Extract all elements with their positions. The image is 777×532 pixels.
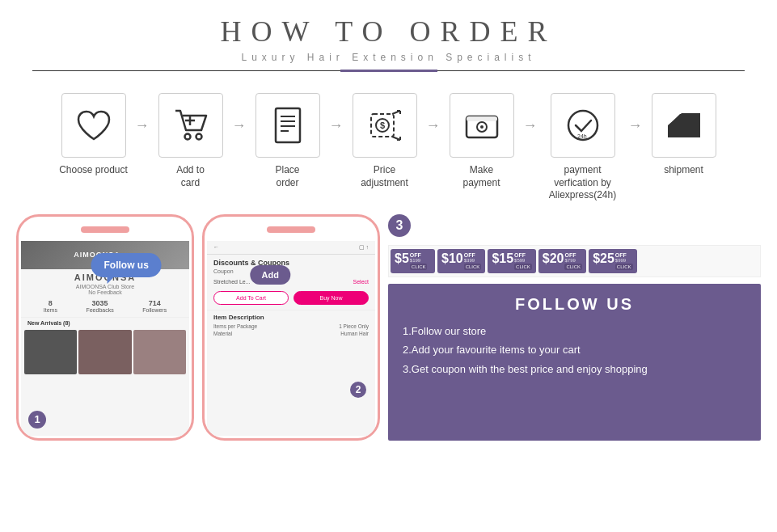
coupon-4[interactable]: $20 OFF $799 CLICK bbox=[538, 249, 586, 273]
phone1-no-feedback: No Feedback bbox=[21, 289, 189, 295]
coupon-3-off: OFF bbox=[514, 252, 532, 258]
coupon-5-off: OFF bbox=[615, 252, 633, 258]
page-title: HOW TO ORDER bbox=[0, 15, 777, 49]
phone1-img-2 bbox=[78, 330, 131, 374]
step-payment-verification-label: paymentverfication byAliexpress(24h) bbox=[549, 164, 616, 202]
phone2-desc-row-2: Material Human Hair bbox=[207, 330, 375, 337]
phone1-img-3 bbox=[133, 330, 186, 374]
coupon-1[interactable]: $5 OFF $199 CLICK bbox=[391, 249, 435, 273]
step-payment-verification-icon: 24h bbox=[551, 93, 615, 158]
bottom-section: Follow us AIMOONSA SALE AIMOONSA AIMOONS… bbox=[0, 214, 777, 441]
header-divider bbox=[32, 70, 745, 72]
step-add-to-card-label: Add tocard bbox=[176, 164, 205, 189]
phone2-section-title: Discounts & Coupons bbox=[207, 255, 375, 268]
svg-text:$: $ bbox=[380, 120, 385, 130]
phone1-new-arrivals: New Arrivals (8) bbox=[21, 318, 189, 328]
phone2-buttons: Add To Cart Buy Now bbox=[207, 286, 375, 310]
phone1-images bbox=[21, 328, 189, 376]
coupon-4-off: OFF bbox=[564, 252, 582, 258]
phone2-coupon-row: Coupon bbox=[207, 268, 375, 277]
stat-items-num: 8 bbox=[44, 299, 57, 307]
buy-now-button[interactable]: Buy Now bbox=[293, 291, 369, 305]
step-add-to-card: Add tocard bbox=[146, 93, 235, 189]
coupon-4-amount: $20 bbox=[543, 252, 564, 265]
svg-text:24h: 24h bbox=[577, 133, 587, 139]
stat-items-label: Items bbox=[44, 307, 57, 313]
step1-badge: 1 bbox=[28, 411, 46, 429]
phone1-img-1 bbox=[24, 330, 77, 374]
phone2-desc-title: Item Description bbox=[207, 310, 375, 323]
coupon-5-amount: $25 bbox=[593, 252, 614, 265]
step-place-order: Placeorder bbox=[243, 93, 332, 189]
coupon-5-click: CLICK bbox=[615, 264, 633, 270]
phone1-stats: 8Items 3035Feedbacks 714Followers bbox=[21, 295, 189, 318]
phone2-stretched-row: Stretched Le... Select bbox=[207, 277, 375, 286]
svg-point-0 bbox=[184, 134, 190, 140]
phone-mockup-2: Add ← ▢ ↑ Discounts & Coupons Coupon Str… bbox=[202, 214, 380, 441]
step-price-adjustment: $ Priceadjustment bbox=[340, 93, 429, 189]
coupon-2[interactable]: $10 OFF $399 CLICK bbox=[437, 249, 485, 273]
step-payment-verification: 24h paymentverfication byAliexpress(24h) bbox=[534, 93, 631, 202]
phone-mockup-1: Follow us AIMOONSA SALE AIMOONSA AIMOONS… bbox=[16, 214, 194, 441]
coupon-3-min: $599 bbox=[514, 258, 532, 263]
coupon-2-min: $399 bbox=[464, 258, 482, 263]
step-place-order-label: Placeorder bbox=[275, 164, 299, 189]
coupon-3-amount: $15 bbox=[492, 252, 513, 265]
step-price-adjustment-label: Priceadjustment bbox=[361, 164, 408, 189]
step-choose-product-label: Choose product bbox=[59, 164, 128, 177]
coupon-4-click: CLICK bbox=[564, 264, 582, 270]
coupon-2-off: OFF bbox=[464, 252, 482, 258]
step-make-payment-label: Makepayment bbox=[462, 164, 500, 189]
step-shipment: shipment bbox=[640, 93, 728, 177]
step-shipment-label: shipment bbox=[664, 164, 703, 177]
phone2-desc-row-1: Items per Package 1 Piece Only bbox=[207, 323, 375, 330]
step2-badge: 2 bbox=[350, 382, 366, 398]
coupon-5-min: $999 bbox=[615, 258, 633, 263]
coupon-3-click: CLICK bbox=[514, 264, 532, 270]
follow-panel-title: FOLLOW US bbox=[403, 295, 746, 314]
phone1-store: AIMOONSA Club Store bbox=[21, 284, 189, 289]
svg-point-20 bbox=[480, 125, 484, 129]
phone2-select[interactable]: Select bbox=[353, 279, 369, 285]
add-to-cart-button[interactable]: Add To Cart bbox=[213, 291, 289, 305]
page-subtitle: Luxury Hair Extension Specialist bbox=[0, 52, 777, 63]
right-panel: 3 $5 OFF $199 CLICK $10 OFF $399 CLICK bbox=[388, 214, 761, 441]
phone2-header: ← ▢ ↑ bbox=[207, 241, 375, 255]
svg-point-1 bbox=[196, 134, 201, 140]
coupon-strip: $5 OFF $199 CLICK $10 OFF $399 CLICK $15 bbox=[388, 245, 761, 277]
step-make-payment: Makepayment bbox=[437, 93, 526, 189]
coupon-5[interactable]: $25 OFF $999 CLICK bbox=[589, 249, 636, 273]
step3-badge: 3 bbox=[388, 214, 411, 237]
header: HOW TO ORDER Luxury Hair Extension Speci… bbox=[0, 0, 777, 78]
step-price-adjustment-icon: $ bbox=[353, 93, 417, 158]
coupon-1-min: $199 bbox=[410, 258, 428, 263]
coupon-1-amount: $5 bbox=[395, 252, 409, 265]
phone2-screen: ← ▢ ↑ Discounts & Coupons Coupon Stretch… bbox=[207, 241, 375, 436]
step-choose-product-icon bbox=[61, 93, 126, 158]
follow-panel: FOLLOW US 1.Follow our store 2.Add your … bbox=[388, 284, 761, 441]
step-place-order-icon bbox=[255, 93, 320, 158]
follow-panel-item-3: 3.Get coupon with the best price and enj… bbox=[403, 360, 746, 378]
steps-section: Choose product → Add tocard → Plac bbox=[0, 78, 777, 210]
coupon-1-off: OFF bbox=[410, 252, 428, 258]
phone2-stretched-label: Stretched Le... bbox=[213, 279, 251, 285]
follow-panel-item-2: 2.Add your favourite items to your cart bbox=[403, 340, 746, 359]
follow-us-bubble: Follow us bbox=[91, 253, 162, 277]
coupon-2-amount: $10 bbox=[441, 252, 463, 265]
step3-badge-row: 3 bbox=[388, 214, 761, 237]
stat-followers-label: Followers bbox=[142, 307, 167, 313]
step-choose-product: Choose product bbox=[49, 93, 138, 177]
coupon-3[interactable]: $15 OFF $599 CLICK bbox=[488, 249, 535, 273]
coupon-1-click: CLICK bbox=[410, 264, 428, 270]
stat-feedbacks-label: Feedbacks bbox=[86, 307, 113, 313]
coupon-4-min: $799 bbox=[564, 258, 582, 263]
stat-feedbacks-num: 3035 bbox=[86, 299, 113, 307]
svg-rect-21 bbox=[467, 116, 497, 121]
step-shipment-icon bbox=[652, 93, 716, 158]
stat-followers-num: 714 bbox=[142, 299, 167, 307]
follow-panel-item-1: 1.Follow our store bbox=[403, 322, 746, 340]
add-bubble: Add bbox=[251, 265, 290, 285]
step-add-to-card-icon bbox=[158, 93, 223, 158]
step-make-payment-icon bbox=[450, 93, 514, 158]
coupon-2-click: CLICK bbox=[464, 264, 482, 270]
